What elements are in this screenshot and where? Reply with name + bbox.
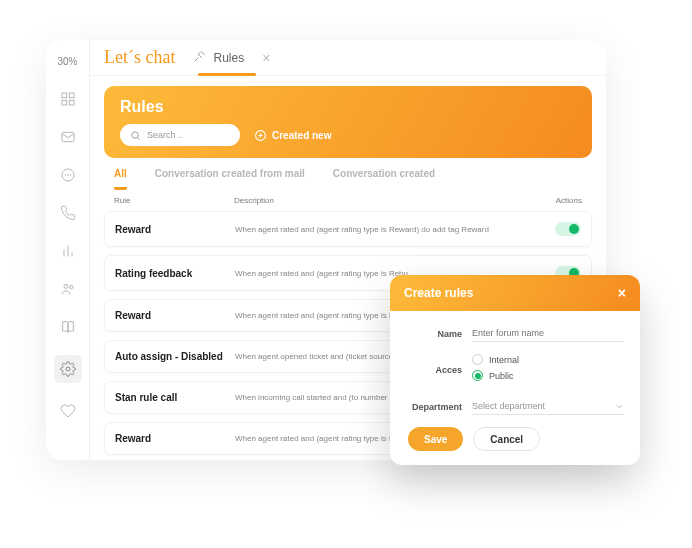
open-tab-rules[interactable]: Rules (193, 49, 244, 66)
brand-logo: Let´s chat (104, 47, 175, 68)
sidebar-dashboard-icon[interactable] (58, 89, 78, 109)
svg-rect-0 (62, 93, 67, 98)
table-header: Rule Description Actions (90, 190, 606, 211)
sidebar-book-icon[interactable] (58, 317, 78, 337)
search-placeholder: Search .. (147, 130, 183, 140)
svg-point-9 (64, 284, 68, 288)
filter-tabs: All Conversation created from mail Conve… (90, 158, 606, 190)
name-input[interactable] (472, 325, 624, 342)
rule-name: Stan rule call (115, 392, 235, 403)
sidebar-phone-icon[interactable] (58, 203, 78, 223)
access-label: Internal (489, 355, 519, 365)
modal-title: Create rules (404, 286, 473, 300)
col-rule: Rule (114, 196, 234, 205)
col-actions: Actions (534, 196, 582, 205)
sidebar-stats-icon[interactable] (58, 241, 78, 261)
tab-conversation-mail[interactable]: Conversation created from mail (155, 168, 305, 190)
radio-icon (472, 354, 483, 365)
hero-banner: Rules Search .. Created new (104, 86, 592, 158)
sidebar-settings-icon[interactable] (54, 355, 82, 383)
department-select[interactable]: Select department (472, 398, 624, 415)
topbar: Let´s chat Rules × (90, 40, 606, 76)
rule-name: Reward (115, 224, 235, 235)
label-department: Department (406, 402, 472, 412)
access-option-internal[interactable]: Internal (472, 354, 624, 365)
search-icon (130, 130, 141, 141)
rule-toggle[interactable] (555, 222, 581, 236)
sidebar-mail-icon[interactable] (58, 127, 78, 147)
chevron-down-icon (615, 402, 624, 411)
svg-point-10 (69, 285, 72, 288)
tab-underline (198, 73, 256, 76)
svg-point-6 (65, 175, 66, 176)
svg-point-12 (132, 131, 138, 137)
svg-rect-4 (62, 132, 74, 141)
create-rules-modal: Create rules × Name Acces Internal Publi… (390, 275, 640, 465)
department-placeholder: Select department (472, 401, 545, 411)
svg-rect-3 (69, 100, 74, 105)
modal-body: Name Acces Internal Public Department Se… (390, 311, 640, 465)
page-title: Rules (120, 98, 576, 116)
rule-name: Auto assign - Disabled (115, 351, 235, 362)
svg-rect-1 (69, 93, 74, 98)
svg-point-7 (67, 175, 68, 176)
rule-row[interactable]: Reward When agent rated and (agent ratin… (104, 211, 592, 247)
svg-rect-2 (62, 100, 67, 105)
rule-name: Reward (115, 433, 235, 444)
save-button[interactable]: Save (408, 427, 463, 451)
svg-point-8 (70, 175, 71, 176)
modal-close-icon[interactable]: × (618, 285, 626, 301)
radio-icon (472, 370, 483, 381)
rule-name: Rating feedback (115, 268, 235, 279)
search-input[interactable]: Search .. (120, 124, 240, 146)
sidebar-heart-icon[interactable] (58, 401, 78, 421)
label-access: Acces (406, 365, 472, 375)
gavel-icon (193, 49, 207, 66)
sidebar-chat-icon[interactable] (58, 165, 78, 185)
label-name: Name (406, 329, 472, 339)
tab-close-icon[interactable]: × (262, 50, 270, 66)
tab-conversation-created[interactable]: Conversation created (333, 168, 435, 190)
sidebar-percent: 30% (57, 50, 77, 71)
sidebar: 30% (46, 40, 90, 460)
plus-circle-icon (254, 129, 267, 142)
create-new-label: Created new (272, 130, 331, 141)
tab-all[interactable]: All (114, 168, 127, 190)
col-description: Description (234, 196, 534, 205)
cancel-button[interactable]: Cancel (473, 427, 540, 451)
sidebar-users-icon[interactable] (58, 279, 78, 299)
svg-point-11 (66, 367, 70, 371)
rule-desc: When agent rated and (agent rating type … (235, 225, 555, 234)
access-label: Public (489, 371, 514, 381)
rule-name: Reward (115, 310, 235, 321)
create-new-button[interactable]: Created new (254, 129, 331, 142)
open-tab-label: Rules (213, 51, 244, 65)
modal-header: Create rules × (390, 275, 640, 311)
access-option-public[interactable]: Public (472, 370, 624, 381)
